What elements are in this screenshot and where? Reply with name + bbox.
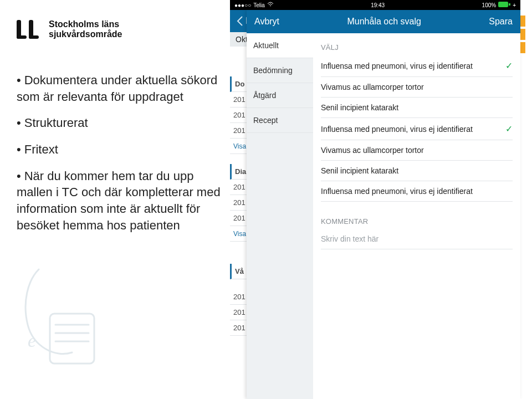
under-row: 201 xyxy=(230,123,247,139)
tab-aktuellt[interactable]: Aktuellt xyxy=(247,33,313,58)
comment-input[interactable]: Skriv din text här xyxy=(321,229,513,249)
tablet-mock: ●●●○○ Telia 19:43 100% + P Okt xyxy=(230,0,520,399)
choice-row[interactable]: Senil incipient katarakt xyxy=(321,98,513,118)
under-row: Dia xyxy=(230,164,247,180)
plus-icon: + xyxy=(513,2,516,8)
slide: 18 Stockholms läns sjukvårdsområde Dokum… xyxy=(0,0,532,399)
under-row: 201 xyxy=(230,320,247,336)
svg-rect-1 xyxy=(17,35,27,39)
choice-row[interactable]: Senil incipient katarakt xyxy=(321,161,513,181)
choice-row[interactable]: Influensa med pneumoni, virus ej identif… xyxy=(321,55,513,77)
choice-row[interactable]: Influensa med pneumoni, virus ej identif… xyxy=(321,118,513,140)
battery-icon xyxy=(498,2,510,8)
under-row: Visa xyxy=(230,139,247,154)
under-row: 201 xyxy=(230,211,247,226)
save-button[interactable]: Spara xyxy=(489,17,513,27)
tab-bedomning[interactable]: Bedömning xyxy=(247,58,313,83)
sheet-title: Munhåla och svalg xyxy=(347,17,421,27)
sheet-main: VÄLJ Influensa med pneumoni, virus ej id… xyxy=(313,33,520,399)
choice-text: Influensa med pneumoni, virus ej identif… xyxy=(321,125,473,134)
choice-row[interactable]: Vivamus ac ullamcorper tortor xyxy=(321,140,513,161)
tab-recept[interactable]: Recept xyxy=(247,108,313,133)
choice-text: Influensa med pneumoni, virus ej identif… xyxy=(321,187,473,196)
under-row: 201 xyxy=(230,180,247,195)
choice-text: Vivamus ac ullamcorper tortor xyxy=(321,146,424,155)
svg-rect-9 xyxy=(498,2,508,7)
bullet-item: Dokumentera under aktuella sökord som är… xyxy=(17,72,227,105)
logo-line1: Stockholms läns xyxy=(49,19,122,29)
okt-label: Okt xyxy=(236,35,248,44)
bullet-item: Strukturerat xyxy=(17,115,227,131)
sheet-header: Avbryt Munhåla och svalg Spara xyxy=(247,10,520,33)
choice-row[interactable]: Vivamus ac ullamcorper tortor xyxy=(321,77,513,98)
bullet-list: Dokumentera under aktuella sökord som är… xyxy=(17,72,227,244)
modal-sheet: Avbryt Munhåla och svalg Spara Aktuellt … xyxy=(247,10,520,399)
group-label-kommentar: KOMMENTAR xyxy=(321,217,513,226)
clock-label: 19:43 xyxy=(274,2,482,8)
under-row: Visa xyxy=(230,226,247,242)
sheet-tab-list: Aktuellt Bedömning Åtgärd Recept xyxy=(247,33,313,399)
bullet-item: Fritext xyxy=(17,141,227,158)
chevron-left-icon xyxy=(236,16,243,27)
tab-atgard[interactable]: Åtgärd xyxy=(247,83,313,108)
check-icon: ✓ xyxy=(505,60,513,71)
under-row: 201 xyxy=(230,195,247,211)
signal-dots-icon: ●●●○○ xyxy=(234,2,251,8)
logo-block: Stockholms läns sjukvårdsområde xyxy=(17,17,122,42)
under-row: 201 xyxy=(230,305,247,320)
svg-text:e: e xyxy=(28,330,36,351)
check-icon: ✓ xyxy=(505,124,513,134)
choice-text: Vivamus ac ullamcorper tortor xyxy=(321,83,424,91)
logo-line2: sjukvårdsområde xyxy=(49,29,122,39)
bullet-item: När du kommer hem tar du upp mallen i TC… xyxy=(17,168,227,234)
under-row: 201 xyxy=(230,92,247,108)
under-row: 201 xyxy=(230,108,247,123)
wifi-icon xyxy=(267,2,274,8)
svg-rect-3 xyxy=(29,35,39,39)
cancel-button[interactable]: Avbryt xyxy=(254,17,279,27)
watermark: e xyxy=(6,247,116,377)
choice-text: Influensa med pneumoni, virus ej identif… xyxy=(321,62,473,70)
under-row: Vå xyxy=(230,264,247,279)
choice-text: Senil incipient katarakt xyxy=(321,103,398,112)
svg-rect-4 xyxy=(50,314,94,364)
group-label-valj: VÄLJ xyxy=(321,43,513,52)
status-bar: ●●●○○ Telia 19:43 100% + xyxy=(230,0,520,10)
under-row: Do xyxy=(230,76,247,92)
carrier-label: Telia xyxy=(253,2,265,8)
choice-text: Senil incipient katarakt xyxy=(321,166,398,175)
battery-label: 100% xyxy=(482,2,497,8)
under-list-sliver: Do 201 201 201 Visa Dia 201 201 201 Visa… xyxy=(230,47,247,399)
choice-row[interactable]: Influensa med pneumoni, virus ej identif… xyxy=(321,181,513,202)
logo-icon xyxy=(17,17,42,42)
under-row: 201 xyxy=(230,289,247,305)
svg-rect-10 xyxy=(509,3,510,6)
